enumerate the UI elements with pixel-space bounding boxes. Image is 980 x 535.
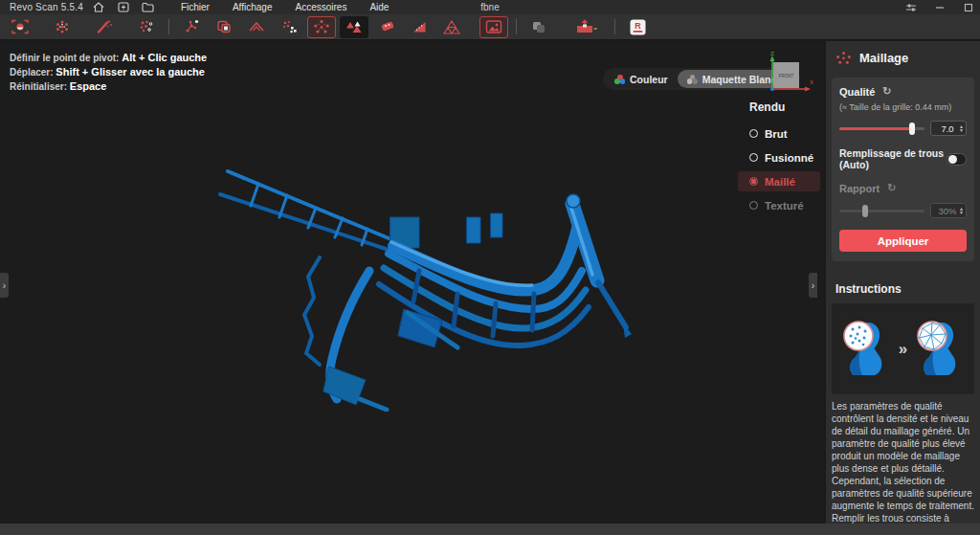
ratio-slider (839, 210, 924, 212)
quality-label: Qualité (839, 86, 875, 98)
mesh-icon[interactable] (307, 16, 336, 38)
quality-card: Qualité ↻ (≈ Taille de la grille: 0.44 m… (832, 78, 974, 261)
scan-icon[interactable] (6, 16, 34, 38)
toggle-couleur[interactable]: Couleur (605, 70, 678, 88)
new-project-icon[interactable] (114, 1, 133, 13)
chevron-down-icon: ⌄ (592, 23, 599, 32)
slider-fill (839, 127, 912, 130)
ratio-label: Rapport (839, 183, 880, 194)
panel-title: Maillage (859, 51, 908, 65)
menu-aide[interactable]: Aide (360, 1, 398, 13)
reset-quality-icon[interactable]: ↻ (882, 85, 891, 98)
menu-fichier[interactable]: Fichier (171, 1, 219, 13)
hole-filling-toggle[interactable] (947, 153, 967, 166)
meshed-bust-image (913, 315, 967, 384)
reset-ratio-icon: ↻ (887, 182, 896, 194)
app-title: Revo Scan 5.5.4 (10, 2, 83, 12)
ratio-stepper: ▲▼ (959, 207, 964, 214)
radio-icon (749, 129, 758, 138)
mesh-icon (835, 51, 852, 65)
viewport-3d[interactable]: Définir le point de pivot: Alt + Clic ga… (0, 41, 824, 524)
hint-move: Déplacer: Shift + Glisser avec la gauche (10, 65, 207, 79)
hole-filling-label: Remplissage de trous (Auto) (839, 147, 947, 170)
chevron-right-icon: › (3, 280, 6, 291)
export-icon[interactable]: ⌄ (567, 16, 607, 38)
revopoint-logo-icon[interactable]: R (623, 16, 652, 38)
open-folder-icon[interactable] (139, 1, 158, 13)
gizmo-z-label: Z (770, 51, 774, 56)
scanned-mesh-model[interactable] (216, 158, 666, 415)
revo-scan-window: Revo Scan 5.5.4 Fichier Affichage Access… (0, 0, 980, 535)
right-panel-collapse-handle[interactable]: › (809, 273, 817, 298)
gray-dots-icon (687, 75, 698, 84)
render-mode-brut[interactable]: Brut (738, 123, 820, 144)
render-mode-fusionne[interactable]: Fusionné (738, 147, 820, 167)
isolate-points-icon[interactable] (132, 16, 161, 38)
quality-value-box[interactable]: 7.0 ▲▼ (930, 121, 967, 136)
quality-slider-row: 7.0 ▲▼ (839, 121, 967, 136)
maximize-icon[interactable] (961, 1, 976, 13)
menu-accessoires[interactable]: Accessoires (285, 1, 356, 13)
ratio-value-box: 30% ▲▼ (930, 203, 967, 218)
magic-wand-icon[interactable] (90, 16, 119, 38)
texture-icon[interactable] (479, 16, 508, 38)
settings-icon[interactable] (903, 1, 919, 13)
svg-text:R: R (635, 21, 641, 31)
menu-bar: Fichier Affichage Accessoires Aide (171, 1, 398, 13)
point-cloud-bust-image (839, 315, 893, 384)
quality-stepper[interactable]: ▲▼ (959, 124, 964, 132)
gizmo-front-label: FRONT (779, 74, 794, 78)
radio-icon (749, 177, 758, 186)
menu-affichage[interactable]: Affichage (223, 1, 282, 13)
toggle-knob (948, 155, 957, 164)
quality-value: 7.0 (936, 123, 959, 134)
radio-icon (749, 201, 758, 210)
toolbar: ⌄ R (0, 14, 980, 40)
stepper-down-icon: ▼ (959, 211, 964, 214)
render-mode-title: Rendu (738, 100, 820, 114)
ratio-value: 30% (936, 206, 959, 216)
overlap-detection-icon[interactable] (242, 16, 271, 38)
hole-filling-row: Remplissage de trous (Auto) (839, 147, 967, 170)
instructions-text: Les paramètres de qualité contrôlent la … (832, 400, 974, 535)
instructions-illustration: » (832, 303, 974, 394)
transform-arrow: » (899, 340, 907, 359)
chevron-right-icon: › (812, 280, 814, 291)
stepper-down-icon[interactable]: ▼ (959, 128, 964, 132)
mesh-settings-panel: Maillage Qualité ↻ (≈ Taille de la grill… (825, 41, 980, 524)
axis-gizmo[interactable]: FRONT Z X (764, 51, 813, 99)
render-mode-maille[interactable]: Maillé (738, 171, 820, 191)
radio-icon (749, 153, 758, 162)
hint-reset: Réinitialiser: Espace (10, 79, 207, 94)
render-mode-group: Rendu Brut Fusionné Maillé Texturé (738, 100, 820, 219)
point-cloud-icon[interactable] (48, 16, 77, 38)
bottom-panel-edge[interactable] (0, 524, 980, 535)
panel-header: Maillage (826, 41, 980, 74)
window-controls (903, 0, 976, 14)
simplify-mesh-icon[interactable] (340, 16, 368, 38)
eraser-icon[interactable] (372, 16, 401, 38)
minimize-icon[interactable] (932, 1, 947, 13)
apply-button[interactable]: Appliquer (839, 230, 967, 252)
titlebar: Revo Scan 5.5.4 Fichier Affichage Access… (0, 0, 980, 14)
connect-points-icon[interactable] (177, 16, 206, 38)
subdivide-icon[interactable] (437, 16, 466, 38)
viewport-hints: Définir le point de pivot: Alt + Clic ga… (10, 51, 207, 94)
sampling-icon[interactable] (275, 16, 303, 38)
quality-slider[interactable] (839, 127, 924, 130)
gizmo-x-label: X (810, 79, 813, 85)
instructions-title: Instructions (835, 282, 970, 296)
ratio-label-row: Rapport ↻ (839, 182, 967, 194)
grid-size-note: (≈ Taille de la grille: 0.44 mm) (839, 102, 967, 112)
ratio-slider-row: 30% ▲▼ (839, 203, 967, 218)
hint-pivot: Définir le point de pivot: Alt + Clic ga… (10, 51, 207, 65)
ratio-slider-handle (862, 205, 868, 217)
compare-icon (524, 16, 553, 38)
merge-icon[interactable] (210, 16, 238, 38)
quality-slider-handle[interactable] (909, 123, 915, 135)
rgb-dots-icon (614, 75, 625, 84)
left-panel-expand-handle[interactable]: › (0, 273, 9, 298)
fill-holes-icon[interactable] (405, 16, 434, 38)
home-icon[interactable] (89, 1, 108, 13)
render-mode-texture: Texturé (738, 195, 820, 215)
